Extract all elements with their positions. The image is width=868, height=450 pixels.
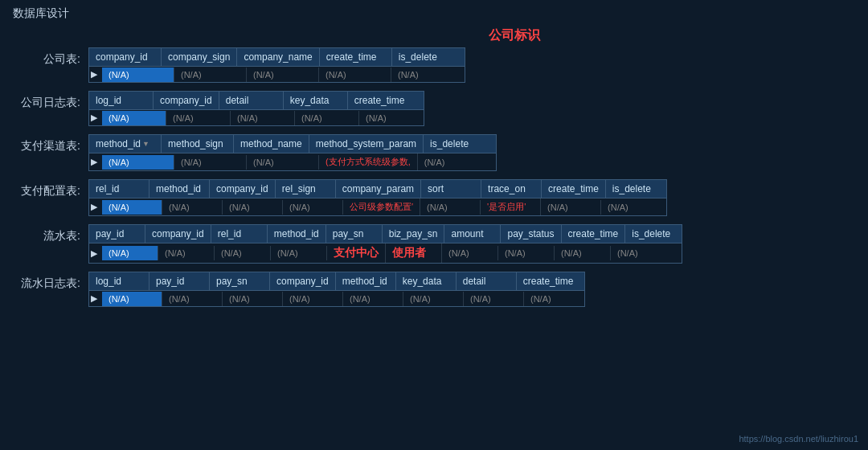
col-create-time5: create_time bbox=[517, 272, 580, 290]
col-is-delete3: is_delete bbox=[606, 180, 666, 198]
col-company-id4: company_id bbox=[145, 225, 211, 243]
col-is-delete: is_delete bbox=[392, 48, 465, 66]
row-arrow5: ▶ bbox=[89, 246, 102, 261]
pay-config-table: rel_id method_id company_id rel_sign com… bbox=[88, 179, 667, 216]
col-company-id: company_id bbox=[89, 48, 162, 66]
pay-config-label: 支付配置表: bbox=[16, 179, 88, 198]
cell-log-id: (N/A) bbox=[102, 111, 166, 125]
pay-config-data: ▶ (N/A) (N/A) (N/A) (N/A) 公司级参数配置' (N/A)… bbox=[89, 198, 666, 215]
cell-create-time-flow: (N/A) bbox=[555, 246, 611, 260]
company-table: company_id company_sign company_name cre… bbox=[88, 47, 465, 83]
pay-config-table-row: 支付配置表: rel_id method_id company_id rel_s… bbox=[16, 179, 852, 216]
col-method-id3: method_id bbox=[268, 225, 326, 243]
company-log-data: ▶ (N/A) (N/A) (N/A) (N/A) (N/A) bbox=[89, 110, 424, 125]
company-log-label: 公司日志表: bbox=[16, 91, 88, 110]
row-arrow: ▶ bbox=[89, 67, 102, 82]
col-pay-sn2: pay_sn bbox=[210, 272, 270, 290]
col-biz-pay-sn: biz_pay_sn bbox=[383, 225, 445, 243]
col-pay-sn: pay_sn bbox=[326, 225, 383, 243]
col-pay-id2: pay_id bbox=[149, 272, 210, 290]
col-create-time3: create_time bbox=[542, 180, 606, 198]
flow-label: 流水表: bbox=[16, 224, 88, 243]
cell-method-id-flowlog: (N/A) bbox=[343, 292, 403, 306]
cell-method-id-flow: (N/A) bbox=[271, 246, 327, 260]
cell-create-time-log: (N/A) bbox=[359, 111, 424, 125]
col-pay-id: pay_id bbox=[89, 225, 145, 243]
company-table-row: 公司表: company_id company_sign company_nam… bbox=[16, 47, 852, 83]
cell-method-id-config: (N/A) bbox=[162, 200, 223, 215]
col-method-id4: method_id bbox=[336, 272, 396, 290]
cell-pay-id-log: (N/A) bbox=[162, 292, 223, 306]
cell-log-id2: (N/A) bbox=[102, 292, 162, 306]
cell-sort-config: (N/A) bbox=[420, 200, 481, 215]
flow-log-data: ▶ (N/A) (N/A) (N/A) (N/A) (N/A) (N/A) (N… bbox=[89, 291, 584, 306]
col-pay-status: pay_status bbox=[501, 225, 561, 243]
cell-company-id-config: (N/A) bbox=[223, 200, 283, 215]
company-log-table-row: 公司日志表: log_id company_id detail key_data… bbox=[16, 91, 852, 126]
cell-rel-id: (N/A) bbox=[102, 200, 162, 215]
pay-method-data: ▶ (N/A) (N/A) (N/A) (支付方式系统级参数, (N/A) bbox=[89, 153, 496, 170]
cell-rel-sign-config: (N/A) bbox=[283, 200, 343, 215]
col-company-sign: company_sign bbox=[162, 48, 237, 66]
cell-company-name: (N/A) bbox=[247, 68, 319, 82]
cell-company-id-log: (N/A) bbox=[166, 111, 231, 125]
col-method-sign: method_sign bbox=[162, 135, 234, 153]
col-company-id2: company_id bbox=[154, 92, 219, 109]
row-arrow2: ▶ bbox=[89, 110, 102, 125]
cell-company-param-config: 公司级参数配置' bbox=[343, 198, 420, 215]
company-table-label: 公司表: bbox=[16, 47, 88, 67]
pay-method-label: 支付渠道表: bbox=[16, 134, 88, 153]
col-sort: sort bbox=[421, 180, 481, 198]
flow-table-row: 流水表: pay_id company_id rel_id method_id … bbox=[16, 224, 852, 264]
pay-method-table: method_id ▼ method_sign method_name meth… bbox=[88, 134, 497, 171]
dropdown-arrow-icon: ▼ bbox=[142, 140, 149, 148]
row-arrow6: ▶ bbox=[89, 291, 102, 306]
pay-config-header: rel_id method_id company_id rel_sign com… bbox=[89, 180, 666, 198]
cell-detail-log: (N/A) bbox=[231, 111, 295, 125]
row-arrow4: ▶ bbox=[89, 199, 102, 215]
cell-pay-status-flow: (N/A) bbox=[498, 246, 555, 260]
col-method-id2: method_id bbox=[149, 180, 210, 198]
col-company-name: company_name bbox=[237, 48, 319, 66]
cell-trace-on-config: '是否启用' bbox=[481, 198, 541, 215]
flow-header: pay_id company_id rel_id method_id pay_s… bbox=[89, 225, 682, 243]
cell-is-delete-method: (N/A) bbox=[418, 155, 490, 170]
company-table-header: company_id company_sign company_name cre… bbox=[89, 48, 465, 67]
cell-key-data-flowlog: (N/A) bbox=[403, 292, 464, 306]
cell-amount-flow: (N/A) bbox=[442, 246, 498, 260]
watermark: https://blog.csdn.net/liuzhirou1 bbox=[739, 434, 858, 444]
flow-log-header: log_id pay_id pay_sn company_id method_i… bbox=[89, 272, 584, 291]
page-title: 数据库设计 bbox=[0, 0, 868, 27]
pay-method-table-row: 支付渠道表: method_id ▼ method_sign method_na… bbox=[16, 134, 852, 171]
company-log-table: log_id company_id detail key_data create… bbox=[88, 91, 424, 126]
cell-biz-pay-sn-flow: 使用者 bbox=[386, 243, 442, 263]
col-is-delete2: is_delete bbox=[424, 135, 496, 153]
col-rel-id2: rel_id bbox=[211, 225, 268, 243]
col-rel-sign: rel_sign bbox=[276, 180, 336, 198]
cell-key-data-log: (N/A) bbox=[295, 111, 359, 125]
col-method-name: method_name bbox=[234, 135, 309, 153]
cell-create-time-config: (N/A) bbox=[541, 200, 601, 215]
col-company-id3: company_id bbox=[210, 180, 276, 198]
pay-method-header: method_id ▼ method_sign method_name meth… bbox=[89, 135, 496, 153]
cell-company-id: (N/A) bbox=[102, 68, 174, 82]
col-log-id2: log_id bbox=[89, 272, 149, 290]
col-trace-on: trace_on bbox=[481, 180, 542, 198]
cell-method-id: (N/A) bbox=[102, 155, 174, 170]
col-detail: detail bbox=[219, 92, 284, 109]
col-method-system-param: method_system_param bbox=[309, 135, 424, 153]
col-company-id5: company_id bbox=[270, 272, 336, 290]
cell-method-name: (N/A) bbox=[247, 155, 319, 170]
col-rel-id: rel_id bbox=[89, 180, 149, 198]
cell-method-system-param: (支付方式系统级参数, bbox=[319, 153, 418, 170]
company-label: 公司标识 bbox=[177, 27, 852, 44]
cell-create-time-flowlog: (N/A) bbox=[524, 292, 584, 306]
cell-is-delete: (N/A) bbox=[391, 68, 464, 82]
col-company-param: company_param bbox=[336, 180, 421, 198]
flow-log-label: 流水日志表: bbox=[16, 272, 88, 291]
cell-company-sign: (N/A) bbox=[174, 68, 247, 82]
flow-data: ▶ (N/A) (N/A) (N/A) (N/A) 支付中心 使用者 (N/A)… bbox=[89, 243, 682, 263]
col-key-data: key_data bbox=[284, 92, 348, 109]
cell-company-id-flowlog: (N/A) bbox=[283, 292, 343, 306]
cell-company-id-flow: (N/A) bbox=[158, 246, 215, 260]
